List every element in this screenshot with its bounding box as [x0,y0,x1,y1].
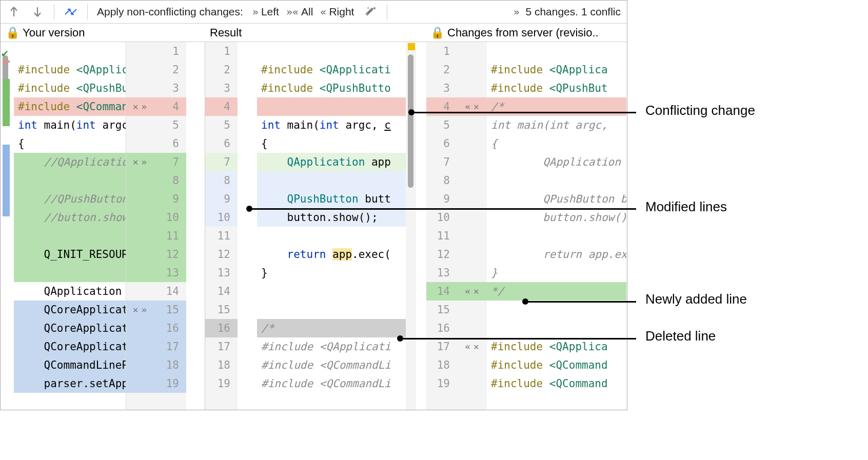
code-line[interactable]: parser.setApp [14,374,126,393]
prev-change-icon[interactable] [7,5,21,19]
left-code-pane[interactable]: #include <QApplic#include <QPushBu#inclu… [14,42,126,410]
accept-left-icon[interactable]: « [465,337,470,356]
apply-right-button[interactable]: «Right [320,6,354,18]
code-line[interactable]: QApplication a [487,153,626,171]
code-line[interactable]: #include <QCommandLi [257,374,406,393]
code-line[interactable]: //QPushButton [14,190,126,208]
action-cell[interactable]: «✕ [457,337,487,356]
line-number: 14 [205,282,238,301]
line-number: 5 [205,116,238,134]
code-line[interactable]: QApplication [14,282,126,301]
code-line[interactable]: button.show(); [487,208,626,227]
reject-icon[interactable]: ✕ [133,301,139,319]
right-code-pane[interactable]: #include <QApplica#include <QPushBut/*in… [487,42,626,410]
action-cell[interactable]: ✕» [126,301,153,319]
code-line[interactable]: #include <QApplica [487,61,626,79]
action-cell[interactable]: ✕» [126,153,153,171]
code-line[interactable]: int main(int argc, c [257,116,406,134]
reject-icon[interactable]: ✕ [474,282,479,301]
code-line[interactable]: //button.show [14,208,126,227]
marker-conflict[interactable] [3,61,10,63]
action-cell [457,208,487,227]
code-line[interactable] [257,282,406,301]
accept-right-icon[interactable]: » [142,97,147,116]
result-code-pane[interactable]: #include <QApplicati#include <QPushButto… [257,42,406,410]
action-cell[interactable]: ✕» [126,97,153,116]
reject-icon[interactable]: ✕ [474,337,479,356]
accept-left-icon[interactable]: « [465,282,470,301]
code-line[interactable] [257,42,406,61]
callout-line [400,338,636,339]
code-line[interactable]: QCoreApplicat [14,301,126,319]
line-number: 15 [153,301,186,319]
line-number: 7 [153,153,186,171]
code-line[interactable]: QPushButton butt [257,190,406,208]
code-line[interactable] [257,171,406,190]
code-line[interactable]: QCommandLineP [14,356,126,374]
apply-left-button[interactable]: »Left [252,6,279,18]
code-line[interactable]: QCoreApplicat [14,337,126,356]
reject-icon[interactable]: ✕ [133,153,139,171]
action-cell [457,134,487,153]
code-line[interactable]: */ [487,282,626,301]
code-line[interactable]: #include <QApplic [14,61,126,79]
line-number: 18 [153,356,186,374]
line-number: 7 [426,153,457,171]
code-line[interactable]: #include <QApplicati [257,337,406,356]
accept-right-icon[interactable]: » [142,153,147,171]
code-line[interactable]: return app.exe [487,245,626,264]
code-line[interactable]: QPushButton bu [487,190,626,208]
code-line[interactable]: /* [257,319,406,337]
action-cell[interactable]: «✕ [457,282,487,301]
code-line[interactable]: QApplication app [257,153,406,171]
code-line[interactable] [487,171,626,190]
line-number: 4 [153,97,186,116]
apply-all-button[interactable]: »«All [286,6,313,18]
callout-label-added: Newly added line [645,291,747,307]
code-line[interactable]: #include <QApplica [487,337,626,356]
code-line[interactable]: button.show(); [257,208,406,227]
code-line[interactable] [257,97,406,116]
code-line[interactable]: #include <QApplicati [257,61,406,79]
code-line[interactable]: //QApplicatio [14,153,126,171]
code-line[interactable]: #include <QCommand [487,374,626,393]
accept-right-icon[interactable]: » [142,301,147,319]
code-line[interactable]: #include <QCommand [487,356,626,374]
code-line[interactable] [487,42,626,61]
reject-icon[interactable]: ✕ [133,97,139,116]
code-line[interactable]: return app.exec( [257,245,406,264]
code-line[interactable]: int main(int argc [14,116,126,134]
code-line[interactable] [14,42,126,61]
code-line[interactable]: QCoreApplicat [14,319,126,337]
code-line[interactable] [487,301,626,319]
code-line[interactable] [14,227,126,245]
code-line[interactable] [14,171,126,190]
magic-wand-icon[interactable] [363,5,378,19]
line-number: 4 [205,97,238,116]
next-change-icon[interactable] [30,5,45,19]
code-line[interactable]: #include <QPushBu [14,79,126,97]
marker-insert[interactable] [3,79,10,126]
code-line[interactable]: #include <QPushBut [487,79,626,97]
code-line[interactable]: { [487,134,626,153]
code-line[interactable]: Q_INIT_RESOUR [14,245,126,264]
marker-modified[interactable] [3,145,10,216]
code-line[interactable] [257,227,406,245]
code-line[interactable] [487,227,626,245]
code-line[interactable] [257,301,406,319]
code-line[interactable]: { [257,134,406,153]
code-line[interactable]: int main(int argc, [487,116,626,134]
code-line[interactable]: } [487,264,626,282]
code-line[interactable]: #include <QCommandLi [257,356,406,374]
code-line[interactable] [487,319,626,337]
code-line[interactable]: } [257,264,406,282]
compare-icon[interactable] [64,5,78,19]
code-line[interactable]: { [14,134,126,153]
code-line[interactable] [14,264,126,282]
warning-marker-icon[interactable] [408,43,415,50]
code-line[interactable]: #include <QComman [14,97,126,116]
code-line[interactable]: #include <QPushButto [257,79,406,97]
mid-scroll-thumb[interactable] [408,54,413,188]
line-number: 9 [205,190,238,208]
action-cell [126,134,153,153]
